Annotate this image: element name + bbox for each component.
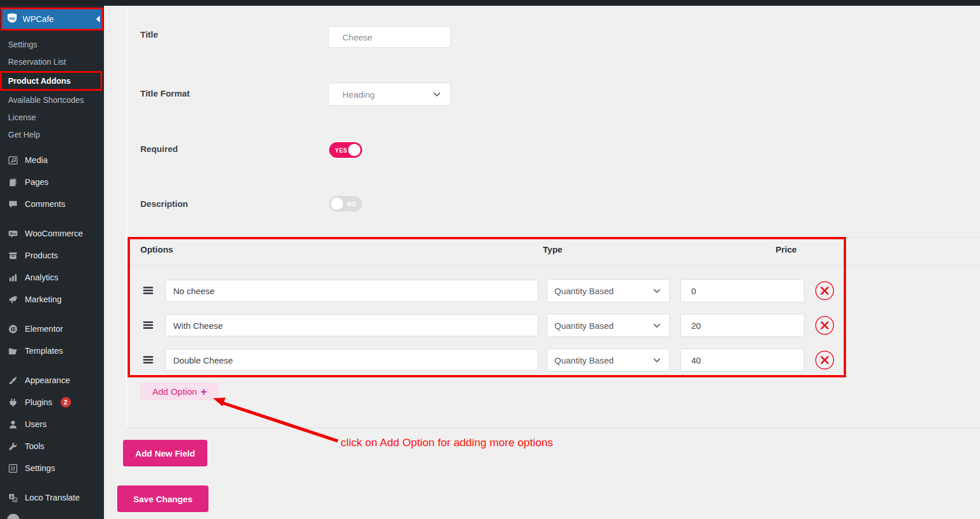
add-new-field-button[interactable]: Add New Field bbox=[123, 440, 207, 466]
option-type-value: Quantity Based bbox=[554, 286, 614, 296]
save-changes-button[interactable]: Save Changes bbox=[117, 485, 208, 512]
delete-option-button[interactable] bbox=[815, 316, 834, 335]
description-label: Description bbox=[140, 199, 188, 209]
plus-icon: + bbox=[200, 386, 207, 397]
sidebar-item-users[interactable]: Users bbox=[0, 413, 104, 435]
description-toggle[interactable]: NO bbox=[329, 196, 362, 212]
delete-option-button[interactable] bbox=[815, 281, 834, 301]
option-price-input[interactable]: 0 bbox=[680, 279, 804, 302]
option-row: No cheese Quantity Based 0 bbox=[0, 279, 980, 302]
users-icon bbox=[7, 418, 18, 430]
plugins-update-badge: 2 bbox=[61, 397, 71, 407]
option-type-select[interactable]: Quantity Based bbox=[547, 349, 670, 372]
sidebar-item-label: Marketing bbox=[25, 295, 62, 304]
delete-option-button[interactable] bbox=[815, 350, 834, 370]
title-format-select[interactable]: Heading bbox=[328, 83, 451, 106]
sidebar-item-marketing[interactable]: Marketing bbox=[0, 288, 104, 310]
sidebar-item-label: Comments bbox=[25, 199, 65, 209]
sidebar-item-label: Loco Translate bbox=[25, 493, 80, 502]
sidebar-item-media[interactable]: Media bbox=[0, 149, 104, 171]
option-type-value: Quantity Based bbox=[554, 355, 614, 365]
annotation-text: click on Add Option for adding more opti… bbox=[341, 436, 553, 449]
wp-admin-sidebar: wp WPCafe Settings Reservation List Prod… bbox=[0, 6, 104, 519]
sidebar-item-comments[interactable]: Comments bbox=[0, 193, 104, 215]
options-rows: No cheese Quantity Based 0 bbox=[0, 279, 980, 383]
sidebar-item-label: Reservation List bbox=[8, 57, 66, 66]
sidebar-item-label: Settings bbox=[25, 464, 55, 473]
sidebar-item-get-help[interactable]: Get Help bbox=[0, 126, 104, 143]
sidebar-item-appearance[interactable]: Appearance bbox=[0, 369, 104, 391]
option-name-input[interactable]: No cheese bbox=[165, 280, 538, 302]
sidebar-item-plugins[interactable]: Plugins 2 bbox=[0, 391, 104, 413]
options-column-header: Options bbox=[140, 244, 173, 254]
add-option-button[interactable]: Add Option + bbox=[140, 383, 219, 401]
templates-icon bbox=[7, 345, 18, 357]
sidebar-item-license[interactable]: License bbox=[0, 109, 104, 126]
sidebar-item-reservation-list[interactable]: Reservation List bbox=[0, 53, 104, 71]
wp-admin-bar bbox=[0, 0, 980, 6]
type-column-header: Type bbox=[543, 244, 562, 254]
delete-x-icon bbox=[815, 316, 834, 335]
title-input-value: Cheese bbox=[342, 32, 372, 42]
option-price-input[interactable]: 40 bbox=[680, 349, 804, 372]
tools-icon bbox=[7, 440, 18, 452]
toggle-knob bbox=[348, 144, 360, 156]
sidebar-item-label: Users bbox=[25, 420, 47, 429]
sidebar-item-templates[interactable]: Templates bbox=[0, 340, 104, 362]
drag-handle-icon[interactable] bbox=[143, 321, 153, 329]
sidebar-item-label: Templates bbox=[25, 346, 63, 355]
media-icon bbox=[7, 154, 18, 166]
option-price-value: 0 bbox=[691, 286, 696, 296]
drag-handle-icon[interactable] bbox=[143, 287, 153, 294]
sidebar-item-pages[interactable]: Pages bbox=[0, 171, 104, 193]
option-type-select[interactable]: Quantity Based bbox=[547, 314, 670, 337]
sidebar-item-label: Appearance bbox=[25, 376, 70, 385]
sidebar-item-label: Pages bbox=[25, 177, 49, 187]
sidebar-item-label: WooCommerce bbox=[25, 229, 83, 238]
loco-translate-icon: Aa bbox=[7, 492, 18, 503]
settings-icon bbox=[7, 462, 18, 474]
options-header-divider bbox=[126, 265, 980, 265]
option-price-value: 40 bbox=[691, 355, 701, 365]
sidebar-item-label: Plugins bbox=[25, 398, 53, 407]
chevron-down-icon bbox=[653, 287, 661, 295]
sidebar-item-label: Settings bbox=[8, 40, 38, 49]
comments-icon bbox=[7, 198, 18, 210]
sidebar-item-products[interactable]: Products bbox=[0, 244, 104, 266]
sidebar-item-wpcafe[interactable]: wp WPCafe bbox=[1, 8, 103, 31]
option-price-input[interactable]: 20 bbox=[680, 314, 804, 337]
option-type-value: Quantity Based bbox=[554, 321, 614, 331]
sidebar-item-label: Available Shortcodes bbox=[8, 95, 84, 105]
sidebar-bottom-partial-icon bbox=[7, 514, 20, 519]
woocommerce-icon: Woo bbox=[7, 228, 18, 239]
sidebar-item-label: Media bbox=[25, 155, 48, 165]
section-bottom-divider bbox=[126, 428, 980, 428]
marketing-icon bbox=[7, 294, 18, 305]
sidebar-item-settings[interactable]: Settings bbox=[0, 457, 104, 479]
title-input[interactable]: Cheese bbox=[328, 26, 451, 48]
sidebar-item-available-shortcodes[interactable]: Available Shortcodes bbox=[0, 91, 104, 109]
chevron-down-icon bbox=[433, 90, 441, 99]
drag-handle-icon[interactable] bbox=[143, 356, 153, 364]
sidebar-item-label: License bbox=[8, 113, 36, 122]
sidebar-item-product-addons[interactable]: Product Addons bbox=[0, 71, 102, 91]
option-type-select[interactable]: Quantity Based bbox=[547, 279, 670, 302]
sidebar-item-tools[interactable]: Tools bbox=[0, 435, 104, 457]
required-toggle[interactable]: YES bbox=[329, 142, 362, 158]
chevron-down-icon bbox=[653, 356, 661, 365]
delete-x-icon bbox=[815, 350, 834, 370]
sidebar-item-label: Analytics bbox=[25, 273, 58, 282]
option-name-input[interactable]: Double Cheese bbox=[165, 349, 538, 371]
svg-text:wp: wp bbox=[9, 16, 16, 21]
elementor-icon bbox=[7, 323, 18, 335]
sidebar-item-woocommerce[interactable]: Woo WooCommerce bbox=[0, 223, 104, 244]
appearance-icon bbox=[7, 375, 18, 386]
option-name-value: Double Cheese bbox=[173, 355, 233, 365]
option-name-input[interactable]: With Cheese bbox=[165, 314, 538, 336]
sidebar-item-settings[interactable]: Settings bbox=[0, 36, 104, 53]
title-format-value: Heading bbox=[342, 90, 375, 99]
sidebar-item-loco-translate[interactable]: Aa Loco Translate bbox=[0, 487, 104, 509]
sidebar-item-elementor[interactable]: Elementor bbox=[0, 318, 104, 340]
delete-x-icon bbox=[815, 281, 834, 301]
sidebar-item-analytics[interactable]: Analytics bbox=[0, 266, 104, 288]
